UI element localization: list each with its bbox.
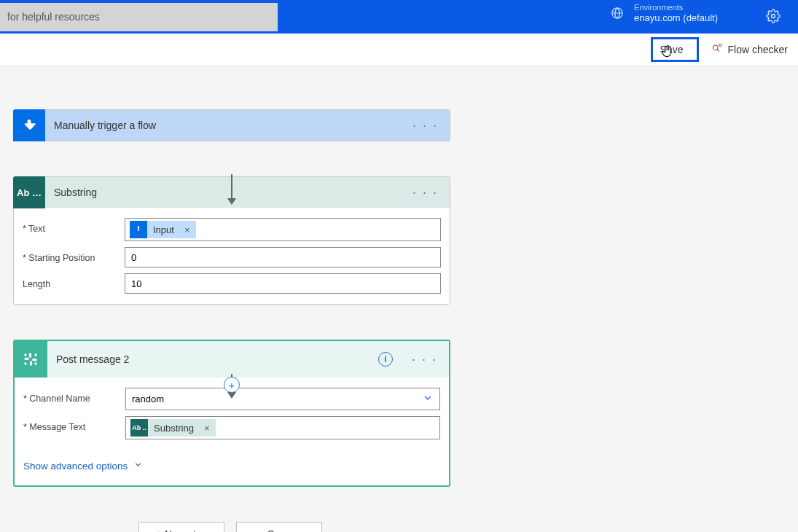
trigger-card[interactable]: Manually trigger a flow · · · xyxy=(13,109,450,141)
field-label: Length xyxy=(23,273,125,289)
environment-text: Environments enayu.com (default) xyxy=(634,3,718,23)
advanced-options-label: Show advanced options xyxy=(23,461,128,472)
svg-rect-11 xyxy=(30,361,32,366)
token-label: Substring xyxy=(154,423,198,434)
svg-rect-5 xyxy=(28,122,31,128)
card-menu-button[interactable]: · · · xyxy=(410,185,441,200)
flow-canvas: + Manually trigger a flow · · · Ab … Sub… xyxy=(0,66,798,532)
length-input[interactable]: 10 xyxy=(125,273,441,294)
save-flow-button[interactable]: Save xyxy=(236,522,322,533)
globe-icon xyxy=(611,7,624,20)
token-remove-button[interactable]: × xyxy=(198,423,216,434)
post-message-title: Post message 2 xyxy=(56,353,369,365)
token-label: Input xyxy=(153,224,179,235)
hand-tap-icon xyxy=(130,221,147,238)
card-menu-button[interactable]: · · · xyxy=(410,118,441,133)
svg-rect-8 xyxy=(24,358,29,360)
flow-checker-label: Flow checker xyxy=(728,44,788,55)
field-label: * Channel Name xyxy=(23,388,125,404)
new-step-label: + New step xyxy=(156,528,207,533)
checker-icon xyxy=(712,42,724,56)
length-value: 10 xyxy=(131,278,141,289)
trigger-title: Manually trigger a flow xyxy=(54,120,401,131)
svg-point-3 xyxy=(719,44,721,46)
environment-value: enayu.com (default) xyxy=(634,12,718,23)
chevron-down-icon xyxy=(133,460,143,472)
field-row-length: Length 10 xyxy=(23,273,441,294)
add-step-inline-button[interactable]: + xyxy=(224,377,240,393)
token-remove-button[interactable]: × xyxy=(179,224,196,235)
substring-body: * Text Input × * Starting Position xyxy=(14,208,450,304)
svg-point-15 xyxy=(34,362,36,364)
connector-arrow xyxy=(230,174,233,205)
starting-position-value: 0 xyxy=(131,252,136,263)
save-flow-label: Save xyxy=(267,528,291,533)
info-button[interactable]: i xyxy=(378,352,393,367)
search-text: for helpful resources xyxy=(7,11,100,23)
message-text-input[interactable]: Ab .. Substring × xyxy=(125,416,440,439)
field-label: * Starting Position xyxy=(23,247,125,263)
text-input[interactable]: Input × xyxy=(125,218,441,241)
trigger-header[interactable]: Manually trigger a flow · · · xyxy=(14,110,450,141)
field-label: * Text xyxy=(23,218,125,234)
substring-icon-label: Ab … xyxy=(17,187,42,198)
starting-position-input[interactable]: 0 xyxy=(125,247,441,267)
substring-token-icon: Ab .. xyxy=(130,419,148,437)
gear-icon xyxy=(766,13,781,26)
save-button[interactable]: Save xyxy=(651,37,699,62)
trigger-icon xyxy=(13,109,45,141)
environment-label: Environments xyxy=(634,3,718,12)
post-message-card[interactable]: Post message 2 i · · · * Channel Name ra… xyxy=(13,340,450,487)
environment-picker[interactable]: Environments enayu.com (default) xyxy=(611,3,718,23)
cursor-hand-icon xyxy=(660,44,675,60)
field-row-starting-position: * Starting Position 0 xyxy=(23,247,441,267)
field-row-text: * Text Input × xyxy=(23,218,441,241)
field-label: * Message Text xyxy=(23,416,125,432)
info-icon: i xyxy=(384,354,386,364)
settings-button[interactable] xyxy=(766,9,781,26)
search-input[interactable]: for helpful resources xyxy=(0,3,278,31)
svg-point-1 xyxy=(772,15,775,18)
svg-point-2 xyxy=(713,45,718,50)
token-input[interactable]: Input × xyxy=(130,221,196,238)
post-message-header[interactable]: Post message 2 i · · · xyxy=(15,341,449,378)
card-menu-button[interactable]: · · · xyxy=(409,352,440,367)
svg-point-13 xyxy=(34,353,36,356)
svg-rect-7 xyxy=(138,227,139,231)
top-bar: for helpful resources Environments enayu… xyxy=(0,0,798,34)
svg-rect-9 xyxy=(32,359,36,361)
field-row-message-text: * Message Text Ab .. Substring × xyxy=(23,416,440,439)
chevron-down-icon xyxy=(422,392,434,406)
plus-icon: + xyxy=(229,380,235,391)
token-substring[interactable]: Ab .. Substring × xyxy=(130,419,216,437)
channel-select[interactable]: random xyxy=(125,388,440,410)
bottom-button-row: + New step Save xyxy=(138,522,798,533)
show-advanced-options-link[interactable]: Show advanced options xyxy=(23,460,143,472)
svg-rect-10 xyxy=(29,353,31,358)
substring-icon: Ab … xyxy=(13,176,45,208)
svg-point-14 xyxy=(24,362,26,364)
editor-toolbar: Save Flow checker xyxy=(0,34,798,66)
channel-value: random xyxy=(132,394,422,404)
new-step-button[interactable]: + New step xyxy=(138,522,224,533)
slack-icon xyxy=(14,341,47,378)
flow-checker-button[interactable]: Flow checker xyxy=(712,42,788,56)
substring-title: Substring xyxy=(54,187,401,198)
svg-point-12 xyxy=(24,353,26,356)
